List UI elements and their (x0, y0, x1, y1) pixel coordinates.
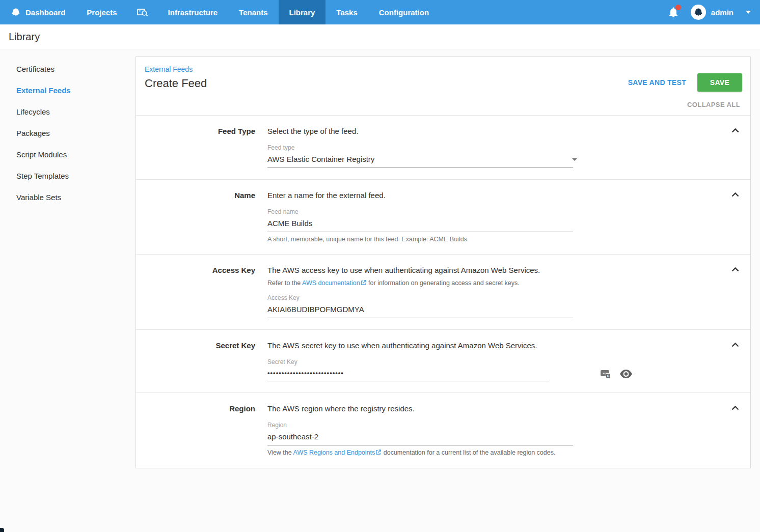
sidebar-item-certificates[interactable]: Certificates (16, 65, 135, 73)
show-password-eye-icon[interactable] (620, 370, 632, 378)
nav-item-label: Projects (87, 8, 117, 17)
chat-widget-corner[interactable] (0, 528, 4, 532)
region-input[interactable]: ap-southeast-2 (267, 429, 573, 445)
section-description: The AWS access key to use when authentic… (267, 265, 583, 276)
nav-spacer (440, 0, 667, 24)
header-actions: SAVE AND TEST SAVE (628, 73, 742, 92)
sidebar-item-step-templates[interactable]: Step Templates (16, 172, 135, 180)
note-prefix: Refer to the (267, 279, 302, 287)
collapse-all-button[interactable]: COLLAPSE ALL (687, 101, 740, 108)
section-label: Name (136, 190, 267, 243)
secret-key-field: Secret Key ••••••••••••••••••••••••••• .… (267, 358, 583, 381)
card-header: External Feeds Create Feed SAVE AND TEST… (136, 57, 750, 97)
sidebar-item-external-feeds[interactable]: External Feeds (16, 86, 135, 95)
nav-item-library[interactable]: Library (279, 0, 326, 24)
nav-item-label: Library (289, 8, 315, 17)
section-region: Region The AWS region where the registry… (136, 393, 750, 468)
feed-name-field: Feed name ACME Builds A short, memorable… (267, 208, 583, 243)
field-label: Access Key (267, 294, 583, 301)
nav-item-dashboard[interactable]: Dashboard (0, 0, 76, 24)
aws-regions-endpoints-link[interactable]: AWS Regions and Endpoints (293, 449, 375, 456)
card-title-block: External Feeds Create Feed (145, 65, 207, 90)
page-area-title: Library (9, 31, 40, 43)
collapse-section-icon[interactable] (731, 190, 739, 199)
collapse-row: COLLAPSE ALL (136, 97, 750, 115)
secret-key-input[interactable]: ••••••••••••••••••••••••••• (267, 366, 549, 381)
note-suffix: documentation for a current list of the … (382, 449, 555, 456)
page-title: Create Feed (145, 77, 207, 90)
field-label: Feed name (267, 208, 583, 215)
nav-item-label: Infrastructure (168, 8, 218, 17)
section-description: The AWS region where the registry reside… (267, 403, 583, 414)
collapse-section-icon[interactable] (731, 403, 739, 412)
nav-item-label: Dashboard (25, 8, 65, 17)
sidebar-item-script-modules[interactable]: Script Modules (16, 150, 135, 159)
field-label: Region (267, 422, 583, 429)
section-label: Access Key (136, 265, 267, 318)
sidebar-item-variable-sets[interactable]: Variable Sets (16, 193, 135, 202)
chevron-down-icon (746, 11, 751, 14)
sidebar-item-packages[interactable]: Packages (16, 129, 135, 137)
nav-item-tasks[interactable]: Tasks (325, 0, 368, 24)
nav-item-tenants[interactable]: Tenants (228, 0, 278, 24)
section-description: Enter a name for the external feed. (267, 190, 583, 201)
nav-item-search[interactable] (128, 0, 157, 24)
collapse-section-icon[interactable] (731, 126, 739, 135)
field-helper-text: A short, memorable, unique name for this… (267, 236, 583, 243)
octopus-logo-icon (11, 7, 21, 17)
sensitive-value-icon[interactable]: ... 6 (601, 370, 611, 378)
save-and-test-button[interactable]: SAVE AND TEST (628, 78, 686, 87)
region-field: Region ap-southeast-2 View the AWS Regio… (267, 422, 583, 457)
section-note: Refer to the AWS documentation for infor… (267, 279, 583, 287)
section-body: The AWS access key to use when authentic… (267, 265, 583, 318)
section-body: Enter a name for the external feed. Feed… (267, 190, 583, 243)
field-label: Feed type (267, 144, 583, 151)
section-body: Select the type of the feed. Feed type A… (267, 126, 583, 168)
user-name: admin (711, 8, 734, 17)
feed-type-select[interactable]: Feed type AWS Elastic Container Registry (267, 144, 583, 168)
note-suffix: for information on generating access and… (367, 279, 520, 287)
note-prefix: View the (267, 449, 293, 456)
access-key-input[interactable]: AKIAI6BUDIBPOFMGDMYA (267, 301, 573, 318)
nav-item-label: Tenants (239, 8, 267, 17)
nav-item-label: Tasks (336, 8, 357, 17)
nav-right: admin (667, 0, 760, 24)
avatar (691, 5, 706, 20)
field-label: Secret Key (267, 358, 583, 366)
section-note: View the AWS Regions and Endpoints docum… (267, 449, 583, 457)
notification-badge (675, 5, 681, 10)
section-access-key: Access Key The AWS access key to use whe… (136, 254, 750, 329)
search-icon (137, 8, 148, 17)
save-button[interactable]: SAVE (697, 73, 742, 92)
collapse-section-icon[interactable] (731, 265, 739, 274)
user-menu[interactable]: admin (691, 5, 751, 20)
sidebar: Certificates External Feeds Lifecycles P… (0, 49, 135, 214)
nav-item-projects[interactable]: Projects (76, 0, 127, 24)
section-name: Name Enter a name for the external feed.… (136, 179, 750, 254)
notifications-bell-icon[interactable] (667, 6, 680, 18)
section-label: Region (136, 403, 267, 457)
nav-item-label: Configuration (379, 8, 429, 17)
section-description: Select the type of the feed. (267, 126, 583, 137)
section-label: Feed Type (136, 126, 267, 168)
collapse-section-icon[interactable] (731, 340, 739, 349)
create-feed-card: External Feeds Create Feed SAVE AND TEST… (135, 57, 751, 468)
external-link-icon (375, 450, 381, 457)
feed-name-input[interactable]: ACME Builds (267, 215, 573, 232)
content: Certificates External Feeds Lifecycles P… (0, 49, 760, 468)
secret-key-actions: ... 6 (601, 370, 632, 378)
section-body: The AWS region where the registry reside… (267, 403, 583, 457)
section-description: The AWS secret key to use when authentic… (267, 340, 583, 351)
breadcrumb-external-feeds-link[interactable]: External Feeds (145, 65, 207, 73)
access-key-field: Access Key AKIAI6BUDIBPOFMGDMYA (267, 294, 583, 318)
section-label: Secret Key (136, 340, 267, 381)
breadcrumb-bar: Library (0, 24, 760, 49)
nav-item-infrastructure[interactable]: Infrastructure (157, 0, 229, 24)
feed-type-value[interactable]: AWS Elastic Container Registry (267, 151, 573, 168)
section-secret-key: Secret Key The AWS secret key to use whe… (136, 329, 750, 393)
nav-item-configuration[interactable]: Configuration (368, 0, 440, 24)
section-feed-type: Feed Type Select the type of the feed. F… (136, 115, 750, 179)
aws-documentation-link[interactable]: AWS documentation (302, 279, 360, 287)
section-body: The AWS secret key to use when authentic… (267, 340, 583, 381)
sidebar-item-lifecycles[interactable]: Lifecycles (16, 107, 135, 116)
